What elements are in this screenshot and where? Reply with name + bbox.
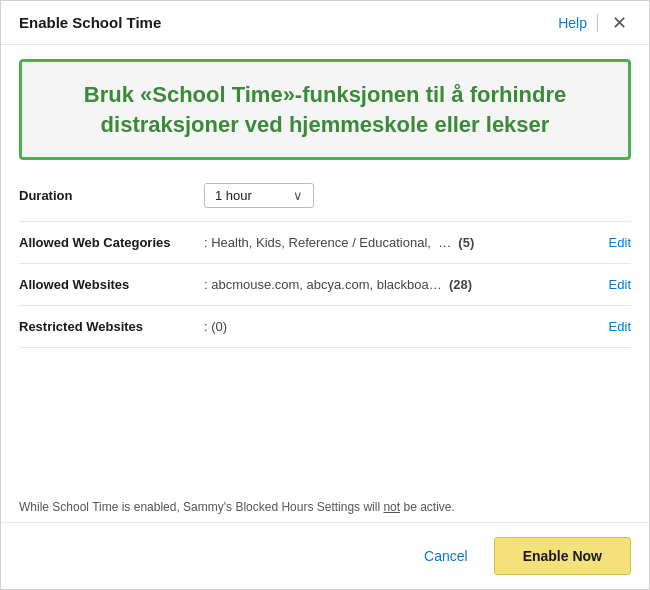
notice-text: While School Time is enabled, Sammy's Bl…: [1, 489, 649, 522]
allowed-websites-edit[interactable]: Edit: [609, 277, 631, 292]
allowed-web-categories-value: : Health, Kids, Reference / Educational,…: [204, 235, 601, 250]
duration-row: Duration 1 hour ∨: [19, 170, 631, 222]
allowed-web-categories-edit[interactable]: Edit: [609, 235, 631, 250]
hero-text: Bruk «School Time»-funksjonen til å forh…: [84, 82, 566, 137]
dialog-footer: Cancel Enable Now: [1, 522, 649, 589]
notice-after: be active.: [400, 500, 455, 514]
header-divider: [597, 14, 598, 32]
restricted-websites-row: Restricted Websites : (0) Edit: [19, 306, 631, 348]
chevron-down-icon: ∨: [293, 188, 303, 203]
allowed-web-categories-row: Allowed Web Categories : Health, Kids, R…: [19, 222, 631, 264]
notice-before: While School Time is enabled, Sammy's Bl…: [19, 500, 383, 514]
cancel-button[interactable]: Cancel: [410, 540, 482, 572]
header-right: Help ✕: [558, 12, 631, 34]
restricted-websites-label: Restricted Websites: [19, 319, 204, 334]
duration-value: 1 hour: [215, 188, 285, 203]
duration-dropdown[interactable]: 1 hour ∨: [204, 183, 314, 208]
enable-school-time-dialog: Enable School Time Help ✕ Bruk «School T…: [0, 0, 650, 590]
restricted-websites-edit[interactable]: Edit: [609, 319, 631, 334]
dialog-header: Enable School Time Help ✕: [1, 1, 649, 45]
allowed-web-categories-label: Allowed Web Categories: [19, 235, 204, 250]
hero-box: Bruk «School Time»-funksjonen til å forh…: [19, 59, 631, 160]
allowed-websites-label: Allowed Websites: [19, 277, 204, 292]
allowed-websites-row: Allowed Websites : abcmouse.com, abcya.c…: [19, 264, 631, 306]
help-link[interactable]: Help: [558, 15, 587, 31]
notice-not: not: [383, 500, 400, 514]
duration-label: Duration: [19, 188, 204, 203]
enable-now-button[interactable]: Enable Now: [494, 537, 631, 575]
restricted-websites-value: : (0): [204, 319, 601, 334]
content-area: Duration 1 hour ∨ Allowed Web Categories…: [1, 170, 649, 489]
close-button[interactable]: ✕: [608, 12, 631, 34]
dialog-title: Enable School Time: [19, 14, 161, 31]
allowed-websites-value: : abcmouse.com, abcya.com, blackboa… (28…: [204, 277, 601, 292]
